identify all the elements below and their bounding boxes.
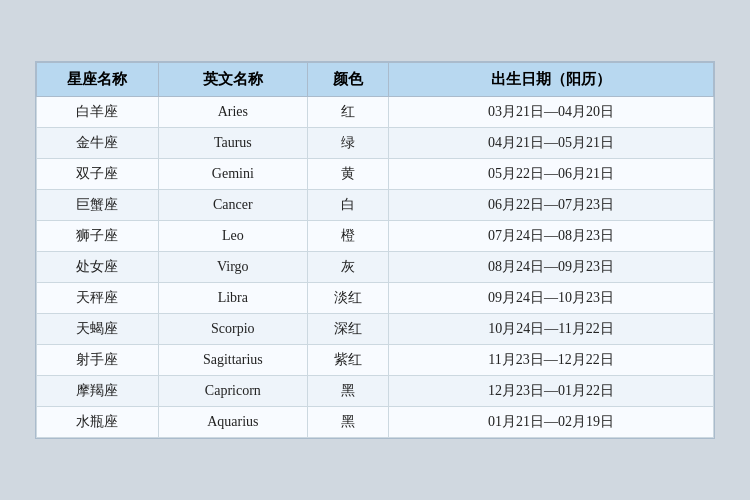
table-row: 巨蟹座Cancer白06月22日—07月23日 <box>37 190 714 221</box>
cell-date: 12月23日—01月22日 <box>389 376 714 407</box>
table-row: 金牛座Taurus绿04月21日—05月21日 <box>37 128 714 159</box>
cell-date: 11月23日—12月22日 <box>389 345 714 376</box>
cell-date: 04月21日—05月21日 <box>389 128 714 159</box>
table-row: 狮子座Leo橙07月24日—08月23日 <box>37 221 714 252</box>
zodiac-table-container: 星座名称 英文名称 颜色 出生日期（阳历） 白羊座Aries红03月21日—04… <box>35 61 715 439</box>
header-en: 英文名称 <box>158 63 307 97</box>
table-row: 天蝎座Scorpio深红10月24日—11月22日 <box>37 314 714 345</box>
cell-color: 白 <box>307 190 388 221</box>
cell-color: 紫红 <box>307 345 388 376</box>
table-row: 双子座Gemini黄05月22日—06月21日 <box>37 159 714 190</box>
cell-color: 黄 <box>307 159 388 190</box>
cell-color: 红 <box>307 97 388 128</box>
cell-color: 黑 <box>307 407 388 438</box>
cell-en: Capricorn <box>158 376 307 407</box>
cell-date: 09月24日—10月23日 <box>389 283 714 314</box>
header-zh: 星座名称 <box>37 63 159 97</box>
cell-en: Gemini <box>158 159 307 190</box>
cell-date: 05月22日—06月21日 <box>389 159 714 190</box>
cell-date: 08月24日—09月23日 <box>389 252 714 283</box>
zodiac-table: 星座名称 英文名称 颜色 出生日期（阳历） 白羊座Aries红03月21日—04… <box>36 62 714 438</box>
table-row: 水瓶座Aquarius黑01月21日—02月19日 <box>37 407 714 438</box>
header-color: 颜色 <box>307 63 388 97</box>
cell-en: Sagittarius <box>158 345 307 376</box>
cell-en: Cancer <box>158 190 307 221</box>
cell-en: Libra <box>158 283 307 314</box>
table-body: 白羊座Aries红03月21日—04月20日金牛座Taurus绿04月21日—0… <box>37 97 714 438</box>
cell-date: 01月21日—02月19日 <box>389 407 714 438</box>
cell-zh: 狮子座 <box>37 221 159 252</box>
cell-color: 绿 <box>307 128 388 159</box>
table-row: 处女座Virgo灰08月24日—09月23日 <box>37 252 714 283</box>
cell-zh: 水瓶座 <box>37 407 159 438</box>
cell-color: 淡红 <box>307 283 388 314</box>
cell-zh: 处女座 <box>37 252 159 283</box>
cell-en: Leo <box>158 221 307 252</box>
header-date: 出生日期（阳历） <box>389 63 714 97</box>
cell-en: Taurus <box>158 128 307 159</box>
table-row: 天秤座Libra淡红09月24日—10月23日 <box>37 283 714 314</box>
cell-color: 灰 <box>307 252 388 283</box>
cell-date: 07月24日—08月23日 <box>389 221 714 252</box>
cell-en: Aquarius <box>158 407 307 438</box>
cell-color: 黑 <box>307 376 388 407</box>
cell-en: Aries <box>158 97 307 128</box>
cell-zh: 天秤座 <box>37 283 159 314</box>
cell-color: 橙 <box>307 221 388 252</box>
cell-zh: 巨蟹座 <box>37 190 159 221</box>
cell-zh: 射手座 <box>37 345 159 376</box>
cell-en: Scorpio <box>158 314 307 345</box>
cell-en: Virgo <box>158 252 307 283</box>
cell-date: 06月22日—07月23日 <box>389 190 714 221</box>
cell-zh: 金牛座 <box>37 128 159 159</box>
cell-zh: 摩羯座 <box>37 376 159 407</box>
cell-date: 10月24日—11月22日 <box>389 314 714 345</box>
cell-date: 03月21日—04月20日 <box>389 97 714 128</box>
cell-zh: 天蝎座 <box>37 314 159 345</box>
table-row: 摩羯座Capricorn黑12月23日—01月22日 <box>37 376 714 407</box>
table-row: 射手座Sagittarius紫红11月23日—12月22日 <box>37 345 714 376</box>
table-row: 白羊座Aries红03月21日—04月20日 <box>37 97 714 128</box>
cell-color: 深红 <box>307 314 388 345</box>
cell-zh: 白羊座 <box>37 97 159 128</box>
table-header-row: 星座名称 英文名称 颜色 出生日期（阳历） <box>37 63 714 97</box>
cell-zh: 双子座 <box>37 159 159 190</box>
